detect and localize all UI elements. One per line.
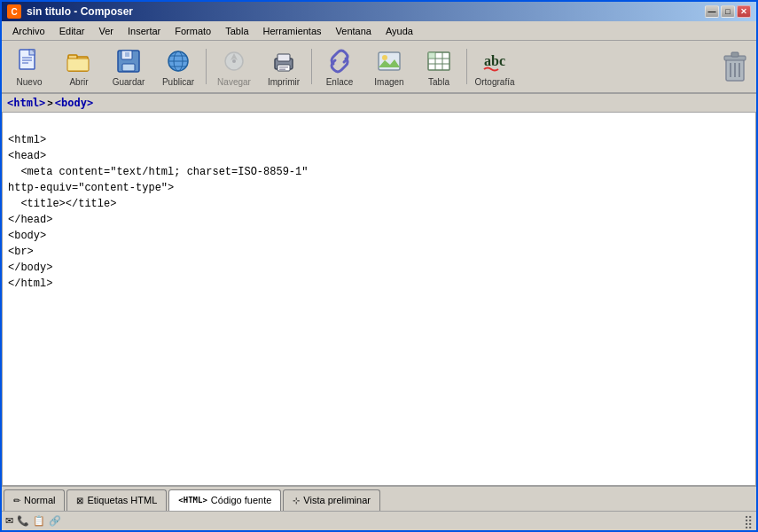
trash-icon [717, 43, 753, 90]
svg-rect-24 [279, 66, 288, 68]
imagen-icon [375, 47, 403, 75]
main-window: C sin titulo - Composer — □ ✕ Archivo Ed… [0, 0, 758, 532]
navegar-label: Navegar [217, 77, 251, 87]
menu-insertar[interactable]: Insertar [121, 24, 168, 38]
nuevo-label: Nuevo [17, 77, 43, 87]
publicar-icon [164, 47, 192, 75]
menu-ventana[interactable]: Ventana [329, 24, 379, 38]
publicar-button[interactable]: Publicar [154, 43, 202, 90]
preview-tab-label: Vista preliminar [303, 495, 371, 505]
svg-rect-25 [279, 68, 285, 70]
fuente-tab-label: Código fuente [211, 495, 272, 505]
tag-path-bar: <html> > <body> [2, 94, 756, 112]
tab-preview[interactable]: ⊹ Vista preliminar [283, 489, 380, 511]
close-button[interactable]: ✕ [737, 5, 751, 18]
title-bar-buttons: — □ ✕ [705, 5, 751, 18]
navegar-icon [220, 47, 248, 75]
enlace-icon [325, 47, 354, 75]
svg-rect-11 [122, 64, 135, 71]
guardar-icon [114, 47, 143, 75]
ortografia-icon: abc [481, 47, 509, 75]
menu-editar[interactable]: Editar [52, 24, 92, 38]
tabla-label: Tabla [428, 77, 449, 87]
svg-rect-34 [428, 52, 435, 59]
tab-etiquetas[interactable]: ⊠ Etiquetas HTML [66, 489, 167, 511]
navegar-button: Navegar [210, 43, 258, 90]
status-bar: ✉ 📞 📋 🔗 ⣿ [2, 511, 756, 530]
status-icon-4: 🔗 [49, 515, 61, 527]
normal-tab-label: Normal [24, 495, 55, 505]
menu-bar: Archivo Editar Ver Insertar Formato Tabl… [2, 21, 756, 41]
status-icon-1: ✉ [5, 515, 13, 527]
abrir-label: Abrir [69, 77, 88, 87]
svg-rect-12 [125, 52, 129, 57]
menu-ayuda[interactable]: Ayuda [379, 24, 420, 38]
separator-3 [466, 49, 467, 84]
nuevo-icon [15, 47, 43, 75]
title-bar-left: C sin titulo - Composer [7, 4, 133, 19]
imagen-button[interactable]: Imagen [365, 43, 413, 90]
preview-tab-icon: ⊹ [293, 496, 300, 505]
tag-separator: > [47, 98, 52, 108]
separator-2 [311, 49, 312, 84]
menu-herramientas[interactable]: Herramientas [256, 24, 329, 38]
publicar-label: Publicar [162, 77, 194, 87]
ortografia-button[interactable]: abc Ortografía [471, 43, 519, 90]
app-icon: C [7, 4, 21, 19]
status-icon-3: 📋 [33, 515, 45, 527]
tabla-button[interactable]: Tabla [415, 43, 463, 90]
menu-ver[interactable]: Ver [91, 24, 121, 38]
tab-fuente[interactable]: <HTML> Código fuente [168, 489, 281, 511]
imagen-label: Imagen [374, 77, 403, 87]
imprimir-label: Imprimir [268, 77, 300, 87]
enlace-button[interactable]: Enlace [316, 43, 363, 90]
imprimir-icon [270, 47, 298, 75]
etiquetas-tab-label: Etiquetas HTML [87, 495, 157, 505]
html-tag: <html> [7, 97, 45, 109]
body-tag: <body> [55, 97, 93, 109]
window-title: sin titulo - Composer [27, 5, 133, 18]
menu-tabla[interactable]: Tabla [218, 24, 255, 38]
separator-1 [206, 49, 207, 84]
tabla-icon [425, 47, 453, 75]
svg-rect-22 [277, 54, 290, 61]
abrir-button[interactable]: Abrir [55, 43, 103, 90]
enlace-label: Enlace [326, 77, 354, 87]
imprimir-button[interactable]: Imprimir [260, 43, 308, 90]
minimize-button[interactable]: — [705, 5, 719, 18]
toolbar: Nuevo Abrir Guardar [2, 41, 756, 94]
svg-rect-38 [731, 52, 738, 57]
menu-formato[interactable]: Formato [168, 24, 218, 38]
ortografia-label: Ortografía [474, 77, 514, 87]
nuevo-button[interactable]: Nuevo [5, 43, 53, 90]
normal-tab-icon: ✏ [13, 496, 20, 505]
svg-text:abc: abc [484, 53, 505, 68]
maximize-button[interactable]: □ [721, 5, 735, 18]
status-resize-grip: ⣿ [744, 514, 753, 528]
menu-archivo[interactable]: Archivo [5, 24, 52, 38]
code-editor[interactable]: <html> <head> <meta content="text/html; … [2, 112, 756, 486]
guardar-button[interactable]: Guardar [105, 43, 152, 90]
tab-bar: ✏ Normal ⊠ Etiquetas HTML <HTML> Código … [2, 486, 756, 511]
status-icon-2: 📞 [17, 515, 29, 527]
svg-rect-8 [67, 59, 89, 71]
tab-normal[interactable]: ✏ Normal [4, 489, 65, 511]
title-bar: C sin titulo - Composer — □ ✕ [2, 2, 756, 21]
guardar-label: Guardar [113, 77, 145, 87]
svg-point-27 [382, 55, 387, 60]
etiquetas-tab-icon: ⊠ [76, 496, 83, 505]
abrir-icon [65, 47, 93, 75]
svg-point-20 [232, 59, 236, 63]
fuente-tab-icon: <HTML> [178, 496, 207, 505]
